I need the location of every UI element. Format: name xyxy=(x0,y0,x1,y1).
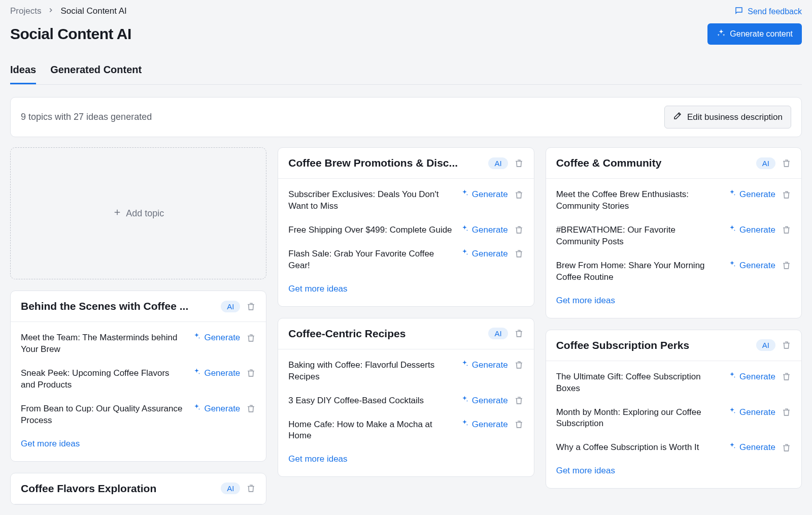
delete-idea-button[interactable] xyxy=(246,333,256,343)
idea-row: Meet the Team: The Masterminds behind Yo… xyxy=(21,326,256,362)
generate-content-button[interactable]: Generate content xyxy=(707,23,802,45)
generate-idea-button[interactable]: Generate xyxy=(460,224,508,236)
generate-label: Generate xyxy=(739,261,775,271)
delete-topic-button[interactable] xyxy=(782,340,791,350)
topic-title: Coffee Subscription Perks xyxy=(556,339,756,351)
idea-text: Free Shipping Over $499: Complete Guide xyxy=(288,224,453,236)
sparkle-icon xyxy=(728,189,736,200)
generate-label: Generate xyxy=(472,189,508,200)
sparkle-icon xyxy=(460,360,469,371)
summary-text: 9 topics with 27 ideas generated xyxy=(21,112,152,122)
delete-idea-button[interactable] xyxy=(782,443,791,453)
delete-idea-button[interactable] xyxy=(514,225,524,235)
delete-idea-button[interactable] xyxy=(782,261,791,270)
sparkle-icon xyxy=(460,395,469,406)
topic-card: Coffee Brew Promotions & Disc... AI Subs… xyxy=(278,147,534,307)
delete-idea-button[interactable] xyxy=(782,190,791,200)
delete-idea-button[interactable] xyxy=(246,404,256,413)
generate-idea-button[interactable]: Generate xyxy=(728,371,775,382)
delete-idea-button[interactable] xyxy=(514,190,524,200)
idea-row: Brew From Home: Share Your Morning Coffe… xyxy=(556,254,791,289)
generate-label: Generate xyxy=(739,407,775,417)
get-more-ideas-link[interactable]: Get more ideas xyxy=(21,439,80,448)
tab-ideas[interactable]: Ideas xyxy=(10,64,36,84)
delete-idea-button[interactable] xyxy=(246,368,256,378)
generate-idea-button[interactable]: Generate xyxy=(728,407,775,418)
generate-label: Generate xyxy=(472,249,508,259)
send-feedback-link[interactable]: Send feedback xyxy=(734,6,802,17)
sparkle-icon xyxy=(192,403,201,414)
generate-idea-button[interactable]: Generate xyxy=(460,419,508,430)
get-more-ideas-link[interactable]: Get more ideas xyxy=(288,284,347,294)
ai-badge: AI xyxy=(488,328,507,339)
tabs: Ideas Generated Content xyxy=(10,64,802,85)
sparkle-icon xyxy=(460,224,469,236)
delete-idea-button[interactable] xyxy=(782,372,791,381)
delete-idea-button[interactable] xyxy=(782,407,791,417)
delete-idea-button[interactable] xyxy=(514,396,524,405)
sparkle-icon xyxy=(728,260,736,271)
delete-topic-button[interactable] xyxy=(782,158,791,168)
delete-idea-button[interactable] xyxy=(782,225,791,235)
topic-title: Behind the Scenes with Coffee ... xyxy=(21,300,221,312)
feedback-icon xyxy=(734,6,743,17)
tab-generated-content[interactable]: Generated Content xyxy=(50,64,142,84)
breadcrumb-root[interactable]: Projects xyxy=(10,6,41,16)
delete-idea-button[interactable] xyxy=(514,420,524,429)
add-topic-button[interactable]: Add topic xyxy=(113,208,164,219)
topic-card: Coffee-Centric Recipes AI Baking with Co… xyxy=(278,318,534,477)
add-topic-card[interactable]: Add topic xyxy=(10,147,266,279)
delete-topic-button[interactable] xyxy=(514,329,524,338)
ai-badge: AI xyxy=(756,157,775,169)
generate-idea-button[interactable]: Generate xyxy=(192,368,240,379)
delete-idea-button[interactable] xyxy=(514,249,524,259)
idea-text: Month by Month: Exploring our Coffee Sub… xyxy=(556,407,721,430)
summary-bar: 9 topics with 27 ideas generated Edit bu… xyxy=(10,97,802,137)
idea-text: 3 Easy DIY Coffee-Based Cocktails xyxy=(288,395,453,407)
generate-idea-button[interactable]: Generate xyxy=(728,442,775,453)
generate-label: Generate xyxy=(472,225,508,235)
generate-idea-button[interactable]: Generate xyxy=(192,403,240,414)
delete-topic-button[interactable] xyxy=(246,484,256,493)
topic-card: Behind the Scenes with Coffee ... AI Mee… xyxy=(10,291,266,462)
idea-row: Month by Month: Exploring our Coffee Sub… xyxy=(556,401,791,436)
sparkle-icon xyxy=(728,442,736,453)
idea-text: Meet the Team: The Masterminds behind Yo… xyxy=(21,332,185,356)
topic-card: Coffee & Community AI Meet the Coffee Br… xyxy=(546,147,802,318)
get-more-ideas-link[interactable]: Get more ideas xyxy=(556,466,615,475)
sparkle-icon xyxy=(460,419,469,430)
delete-idea-button[interactable] xyxy=(514,360,524,370)
generate-idea-button[interactable]: Generate xyxy=(460,360,508,371)
generate-label: Generate xyxy=(204,368,240,378)
generate-label: Generate xyxy=(204,404,240,414)
idea-row: Meet the Coffee Brew Enthusiasts: Commun… xyxy=(556,183,791,218)
delete-topic-button[interactable] xyxy=(246,302,256,311)
edit-business-description-button[interactable]: Edit business description xyxy=(664,106,791,128)
sparkle-icon xyxy=(192,332,201,343)
generate-idea-button[interactable]: Generate xyxy=(460,248,508,260)
get-more-ideas-link[interactable]: Get more ideas xyxy=(556,296,615,305)
idea-row: Home Cafe: How to Make a Mocha at Home G… xyxy=(288,413,523,448)
ai-badge: AI xyxy=(221,301,240,312)
idea-row: From Bean to Cup: Our Quality Assurance … xyxy=(21,397,256,433)
generate-idea-button[interactable]: Generate xyxy=(460,395,508,406)
send-feedback-label: Send feedback xyxy=(748,7,802,16)
get-more-ideas-link[interactable]: Get more ideas xyxy=(288,454,347,464)
generate-idea-button[interactable]: Generate xyxy=(728,260,775,271)
generate-label: Generate xyxy=(472,420,508,430)
delete-topic-button[interactable] xyxy=(514,158,524,168)
generate-idea-button[interactable]: Generate xyxy=(460,189,508,200)
breadcrumb: Projects Social Content AI xyxy=(10,6,127,16)
sparkle-icon xyxy=(460,248,469,260)
ai-badge: AI xyxy=(756,339,775,351)
idea-text: Sneak Peek: Upcoming Coffee Flavors and … xyxy=(21,368,185,391)
generate-idea-button[interactable]: Generate xyxy=(728,189,775,200)
idea-text: Home Cafe: How to Make a Mocha at Home xyxy=(288,419,453,442)
topic-title: Coffee Brew Promotions & Disc... xyxy=(288,157,488,169)
generate-idea-button[interactable]: Generate xyxy=(192,332,240,343)
idea-text: The Ultimate Gift: Coffee Subscription B… xyxy=(556,371,721,395)
idea-row: Sneak Peek: Upcoming Coffee Flavors and … xyxy=(21,362,256,397)
sparkle-icon xyxy=(192,368,201,379)
generate-idea-button[interactable]: Generate xyxy=(728,224,775,236)
sparkle-icon xyxy=(728,224,736,236)
